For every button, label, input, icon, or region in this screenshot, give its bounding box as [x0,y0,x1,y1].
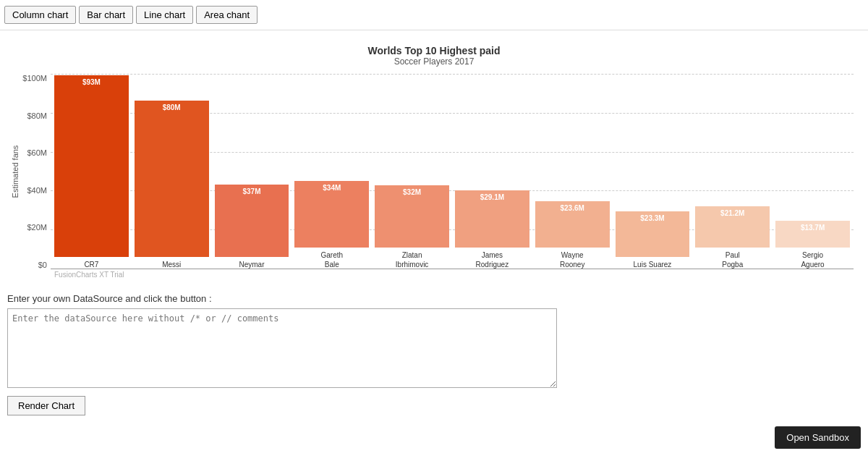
bar-col: $21.2MPaulPogba [695,74,770,269]
chart-container: Worlds Top 10 Highest paid Soccer Player… [0,30,868,282]
y-label-100: $100M [22,74,47,83]
bar-value-label: $13.7M [801,224,825,232]
bar-8: $21.2M [695,206,770,248]
x-axis-line [51,269,854,269]
y-label-80: $80M [27,111,47,120]
bar-value-label: $32M [403,188,421,196]
bar-3: $34M [294,181,369,248]
bar-col: $80MMessi [135,74,209,269]
bar-value-label: $23.3M [640,214,664,222]
bar-name-label: SergioAguero [801,250,824,269]
y-label-20: $20M [27,223,47,232]
bar-col: $23.6MWayneRooney [535,74,610,269]
bar-name-label: WayneRooney [560,250,584,269]
bar-col: $13.7MSergioAguero [775,74,850,269]
bar-value-label: $21.2M [720,209,744,217]
bar-col: $93MCR7 [54,74,129,269]
bar-col: $34MGarethBale [294,74,369,269]
bar-value-label: $80M [163,104,181,111]
tab-bar: Column chart Bar chart Line chart Area c… [0,0,868,30]
bar-name-label: JamesRodriguez [476,250,509,269]
bar-name-label: PaulPogba [722,250,743,269]
bar-name-label: GarethBale [321,250,344,269]
bar-5: $29.1M [455,190,529,248]
bar-2: $37M [215,185,289,257]
bar-col: $23.3MLuis Suarez [616,74,690,269]
bar-value-label: $29.1M [480,193,504,201]
bar-name-label: ZlatanIbrhimovic [396,250,429,269]
bar-value-label: $34M [323,184,341,192]
chart-title: Worlds Top 10 Highest paid [7,45,861,56]
bar-value-label: $93M [82,78,101,86]
bar-col: $37MNeymar [215,74,289,269]
chart-subtitle: Soccer Players 2017 [7,56,861,67]
bar-9: $13.7M [775,221,850,248]
datasource-label: Enter your own DataSource and click the … [7,293,861,304]
bar-value-label: $23.6M [560,204,584,212]
bar-0: $93M [54,75,129,257]
datasource-section: Enter your own DataSource and click the … [0,286,868,423]
y-label-0: $0 [38,261,47,269]
y-axis-title: Estimated fans [11,145,20,198]
tab-area-chart[interactable]: Area chant [196,6,258,24]
watermark: FusionCharts XT Trial [54,271,861,279]
tab-bar-chart[interactable]: Bar chart [79,6,133,24]
bar-1: $80M [135,101,209,257]
tab-line-chart[interactable]: Line chart [136,6,193,24]
bar-4: $32M [375,185,449,248]
bar-value-label: $37M [242,187,260,195]
bar-col: $32MZlatanIbrhimovic [375,74,449,269]
bar-col: $29.1MJamesRodriguez [455,74,529,269]
y-label-40: $40M [27,186,47,195]
bar-7: $23.3M [616,211,690,257]
datasource-input[interactable] [7,308,557,388]
tab-column-chart[interactable]: Column chart [4,6,76,24]
render-chart-button[interactable]: Render Chart [7,396,85,415]
bar-6: $23.6M [535,201,610,248]
y-label-60: $60M [27,148,47,157]
bars-container: $93MCR7$80MMessi$37MNeymar$34MGarethBale… [51,74,854,269]
